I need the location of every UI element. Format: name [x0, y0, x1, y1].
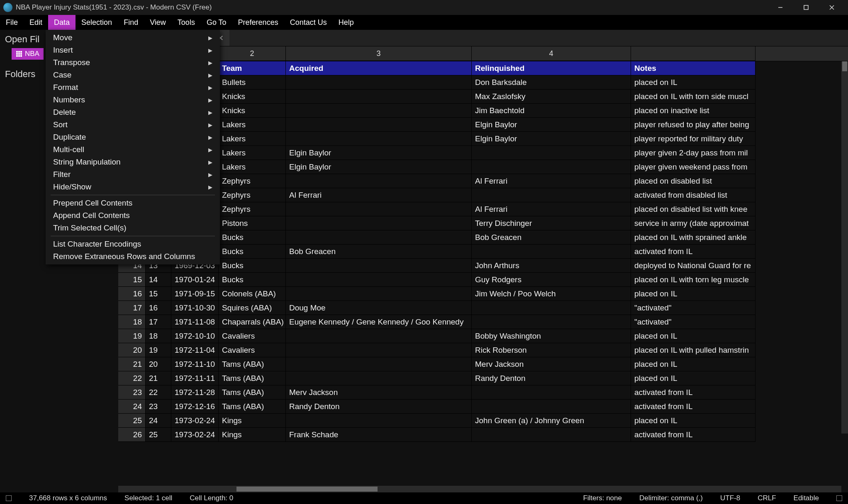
- cell[interactable]: [286, 414, 472, 428]
- cell[interactable]: placed on IL with torn leg muscle: [631, 273, 755, 287]
- cell[interactable]: placed on IL with pulled hamstrin: [631, 343, 755, 357]
- cell[interactable]: Elgin Baylor: [286, 160, 472, 174]
- cell[interactable]: Zephyrs: [219, 202, 286, 216]
- cell[interactable]: 21: [146, 371, 171, 385]
- cell[interactable]: Doug Moe: [286, 301, 472, 315]
- cell[interactable]: placed on IL: [631, 357, 755, 371]
- menu-item-prepend-cell-contents[interactable]: Prepend Cell Contents: [46, 197, 220, 209]
- menu-item-transpose[interactable]: Transpose▶: [46, 56, 220, 69]
- cell[interactable]: 1972-12-16: [171, 400, 219, 414]
- header-cell[interactable]: Team: [219, 61, 286, 75]
- cell[interactable]: Cavaliers: [219, 329, 286, 343]
- cell[interactable]: 25: [146, 428, 171, 442]
- menu-help[interactable]: Help: [333, 15, 360, 30]
- header-cell[interactable]: Relinquished: [472, 61, 631, 75]
- cell[interactable]: Squires (ABA): [219, 301, 286, 315]
- cell[interactable]: Al Ferrari: [472, 202, 631, 216]
- data-menu-dropdown[interactable]: Move▶Insert▶Transpose▶Case▶Format▶Number…: [46, 30, 220, 264]
- cell[interactable]: Jim Welch / Poo Welch: [472, 287, 631, 301]
- cell[interactable]: 1972-11-11: [171, 371, 219, 385]
- cell[interactable]: John Green (a) / Johnny Green: [472, 414, 631, 428]
- cell[interactable]: Pistons: [219, 216, 286, 230]
- cell[interactable]: Randy Denton: [472, 371, 631, 385]
- menu-contact-us[interactable]: Contact Us: [284, 15, 333, 30]
- cell[interactable]: 1971-10-30: [171, 301, 219, 315]
- horizontal-scrollbar[interactable]: [118, 486, 841, 492]
- cell[interactable]: 18: [146, 329, 171, 343]
- menu-item-duplicate[interactable]: Duplicate▶: [46, 131, 220, 143]
- cell[interactable]: activated from disabled list: [631, 188, 755, 202]
- menu-item-hide-show[interactable]: Hide/Show▶: [46, 181, 220, 193]
- minimize-button[interactable]: [768, 0, 793, 15]
- menu-item-list-character-encodings[interactable]: List Character Encodings: [46, 238, 220, 250]
- cell[interactable]: [472, 245, 631, 259]
- cell[interactable]: Merv Jackson: [286, 385, 472, 400]
- cell[interactable]: Tams (ABA): [219, 357, 286, 371]
- cell[interactable]: Al Ferrari: [286, 188, 472, 202]
- cell[interactable]: 1973-02-24: [171, 414, 219, 428]
- cell[interactable]: 22: [146, 385, 171, 400]
- row-header[interactable]: 21: [118, 357, 146, 371]
- column-header[interactable]: 2: [219, 46, 286, 61]
- cell[interactable]: [286, 216, 472, 230]
- cell[interactable]: 1972-10-10: [171, 329, 219, 343]
- menu-item-trim-selected-cell-s-[interactable]: Trim Selected Cell(s): [46, 222, 220, 234]
- cell[interactable]: activated from IL: [631, 245, 755, 259]
- maximize-button[interactable]: [793, 0, 819, 15]
- menu-item-remove-extraneous-rows-and-columns[interactable]: Remove Extraneous Rows and Columns: [46, 250, 220, 263]
- cell[interactable]: 19: [146, 343, 171, 357]
- cell[interactable]: Knicks: [219, 90, 286, 104]
- cell[interactable]: Randy Denton: [286, 400, 472, 414]
- cell[interactable]: [286, 371, 472, 385]
- header-cell[interactable]: Notes: [631, 61, 755, 75]
- cell[interactable]: Elgin Baylor: [472, 118, 631, 132]
- scrollbar-thumb[interactable]: [236, 487, 378, 492]
- cell[interactable]: 15: [146, 287, 171, 301]
- cell[interactable]: Bucks: [219, 245, 286, 259]
- cell[interactable]: Max Zaslofsky: [472, 90, 631, 104]
- cell[interactable]: activated from IL: [631, 428, 755, 442]
- cell[interactable]: placed on IL: [631, 329, 755, 343]
- cell[interactable]: [286, 343, 472, 357]
- menu-edit[interactable]: Edit: [24, 15, 48, 30]
- vertical-scrollbar[interactable]: [841, 61, 848, 434]
- row-header[interactable]: 20: [118, 343, 146, 357]
- cell[interactable]: Bucks: [219, 273, 286, 287]
- menu-selection[interactable]: Selection: [76, 15, 118, 30]
- cell[interactable]: Frank Schade: [286, 428, 472, 442]
- cell[interactable]: Eugene Kennedy / Gene Kennedy / Goo Kenn…: [286, 315, 472, 329]
- cell[interactable]: Bob Greacen: [286, 245, 472, 259]
- menu-view[interactable]: View: [144, 15, 172, 30]
- column-header[interactable]: [631, 46, 755, 61]
- cell[interactable]: [472, 301, 631, 315]
- cell[interactable]: 1972-11-04: [171, 343, 219, 357]
- cell[interactable]: Tams (ABA): [219, 371, 286, 385]
- menu-item-insert[interactable]: Insert▶: [46, 44, 220, 56]
- cell[interactable]: player given 2-day pass from mil: [631, 146, 755, 160]
- cell[interactable]: [472, 160, 631, 174]
- cell[interactable]: 24: [146, 414, 171, 428]
- row-header[interactable]: 23: [118, 385, 146, 400]
- cell[interactable]: Colonels (ABA): [219, 287, 286, 301]
- column-header[interactable]: 4: [472, 46, 631, 61]
- column-header[interactable]: 3: [286, 46, 472, 61]
- cell[interactable]: [472, 315, 631, 329]
- cell[interactable]: service in army (date approximat: [631, 216, 755, 230]
- cell[interactable]: "activated": [631, 301, 755, 315]
- menu-item-case[interactable]: Case▶: [46, 69, 220, 81]
- cell[interactable]: 16: [146, 301, 171, 315]
- cell[interactable]: Bucks: [219, 230, 286, 245]
- cell[interactable]: Don Barksdale: [472, 75, 631, 90]
- cell[interactable]: [472, 385, 631, 400]
- cell[interactable]: Bucks: [219, 259, 286, 273]
- cell[interactable]: [286, 329, 472, 343]
- cell[interactable]: [286, 132, 472, 146]
- cell[interactable]: player given weekend pass from: [631, 160, 755, 174]
- menu-file[interactable]: File: [0, 15, 24, 30]
- cell[interactable]: Bob Greacen: [472, 230, 631, 245]
- cell[interactable]: [286, 118, 472, 132]
- cell[interactable]: [286, 75, 472, 90]
- cell[interactable]: placed on IL: [631, 287, 755, 301]
- cell[interactable]: [286, 259, 472, 273]
- row-header[interactable]: 22: [118, 371, 146, 385]
